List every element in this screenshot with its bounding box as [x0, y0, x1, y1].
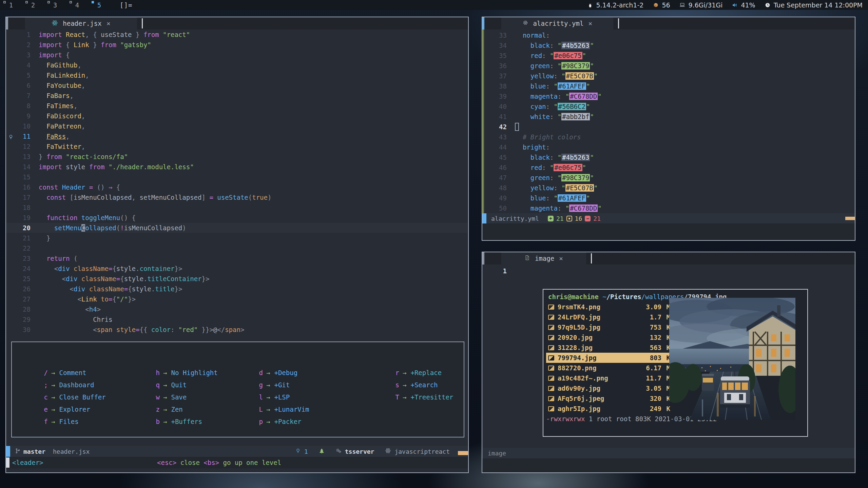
file-icon	[524, 255, 530, 262]
lsp-server: tsserver	[345, 448, 374, 455]
whichkey-binding-;[interactable]: ;→Dashboard	[42, 379, 106, 391]
file-row-9rsmTK4.png[interactable]: 9rsmTK4.png3.09M	[546, 302, 672, 312]
command-line[interactable]: <leader> <esc> close <bs> go up one leve…	[6, 457, 468, 468]
file-row-799794.jpg[interactable]: 799794.jpg803K	[546, 353, 672, 363]
whichkey-binding-T[interactable]: T→+Treesitter	[393, 391, 453, 403]
whichkey-binding-d[interactable]: d→+Debug	[257, 367, 309, 379]
whichkey-binding-p[interactable]: p→+Packer	[257, 415, 309, 428]
code-line-50: 50magenta: "#C678DD"	[482, 203, 854, 213]
whichkey-binding-q[interactable]: q→Quit	[154, 379, 218, 391]
close-icon[interactable]: ×	[107, 19, 111, 27]
whichkey-binding-/[interactable]: /→Comment	[42, 367, 106, 379]
tab-alacritty-yml[interactable]: alacritty.yml ×	[501, 17, 613, 30]
code-line-17: 17const [isMenuCollapsed, setMenuCollaps…	[6, 192, 467, 202]
code-line-10: 10FaPatreon,	[6, 121, 467, 131]
whichkey-binding-b[interactable]: b→+Buffers	[154, 415, 218, 428]
code-line-14: 14import style from "./header.module.les…	[6, 162, 467, 172]
workspace-2[interactable]: 2	[22, 0, 44, 10]
react-icon	[52, 20, 58, 27]
workspace-list: 12345	[0, 0, 110, 10]
file-row-24LrDFQ.jpg[interactable]: 24LrDFQ.jpg1.7M	[546, 312, 672, 322]
code-line-39: 39magenta: "#C678DD"	[482, 91, 854, 101]
layout-symbol[interactable]: []=	[120, 1, 132, 9]
volume-icon	[731, 2, 738, 8]
code-line-47: 47green: "#98C379"	[482, 173, 854, 183]
code-line-7: 7FaBars,	[6, 91, 467, 101]
git-branch-icon	[15, 448, 21, 455]
code-line-42: 42	[482, 122, 854, 132]
file-row-97q9L5D.jpg[interactable]: 97q9L5D.jpg753K	[546, 322, 672, 332]
hint-key: <bs>	[204, 459, 219, 466]
close-icon[interactable]: ×	[588, 19, 592, 27]
file-row-31228.jpg[interactable]: 31228.jpg563K	[546, 343, 672, 353]
code-line-19: 19function toggleMenu() {	[6, 213, 467, 223]
file-manager-preview: chris@machine ~/Pictures/wallpapers/7997…	[543, 289, 808, 437]
statusline-filename: header.jsx	[53, 448, 90, 455]
whichkey-binding-s[interactable]: s→+Search	[393, 379, 453, 391]
file-row-882720.png[interactable]: 882720.png6.17M	[546, 363, 672, 373]
gear-icon	[522, 20, 528, 27]
code-line-18: 18	[6, 202, 467, 213]
lightbulb-icon[interactable]	[8, 132, 14, 142]
workspace-indicator	[70, 1, 72, 3]
file-row-20920.jpg[interactable]: 20920.jpg132K	[546, 332, 672, 343]
image-file-icon	[548, 406, 554, 411]
tab-header-jsx[interactable]: header.jsx ×	[25, 17, 137, 30]
git-branch[interactable]: master	[23, 448, 45, 455]
hint-key: <esc>	[157, 459, 176, 466]
whichkey-binding-L[interactable]: L→+LunarVim	[257, 403, 309, 415]
code-line-3: 3import {	[6, 50, 467, 60]
statusline: master header.jsx 1 tsserver javascriptr…	[6, 446, 468, 457]
diff-added-icon: +	[548, 216, 554, 221]
whichkey-binding-h[interactable]: h→No Highlight	[154, 367, 218, 379]
treesitter-icon	[319, 448, 325, 455]
close-icon[interactable]: ×	[559, 254, 563, 262]
code-line-24: 24<div className={style.container}>	[6, 263, 467, 274]
statusline: image	[482, 448, 855, 458]
code-line-23: 23return (	[6, 253, 467, 263]
code-line-35: 35red: "#e06c75"	[482, 51, 854, 61]
status-segments: 5.14.2-arch1-2569.6Gi/31Gi41%Tue Septemb…	[587, 1, 868, 9]
statusline-filename: alacritty.yml	[491, 215, 539, 222]
code-line-21: 21}	[6, 233, 467, 243]
whichkey-binding-g[interactable]: g→+Git	[257, 379, 309, 391]
whichkey-binding-r[interactable]: r→+Replace	[393, 367, 453, 379]
code-line-5: 5FaLinkedin,	[6, 70, 467, 80]
code-line-26: 26<div className={style.title}>	[6, 284, 467, 294]
file-row-aghr5Ip.jpg[interactable]: aghr5Ip.jpg249K	[546, 404, 672, 414]
status-clock: Tue September 14 12:00PM	[764, 1, 863, 9]
status-package: 56	[652, 1, 670, 9]
whichkey-binding-f[interactable]: f→Files	[42, 415, 106, 428]
workspace-4[interactable]: 4	[66, 0, 88, 10]
code-line-41: 41white: "#abb2bf"	[482, 112, 854, 122]
code-buffer: 1import React, { useState } from "react"…	[6, 30, 467, 335]
tab-image[interactable]: image ×	[501, 252, 586, 265]
desktop-status-bar: 12345 []= 5.14.2-arch1-2569.6Gi/31Gi41%T…	[0, 0, 868, 10]
image-file-icon	[548, 325, 554, 330]
whichkey-binding-z[interactable]: z→Zen	[154, 403, 218, 415]
file-row-a19c482f~.png[interactable]: a19c482f~.png11.7M	[546, 373, 672, 383]
workspace-1[interactable]: 1	[0, 0, 22, 10]
workspace-5[interactable]: 5	[88, 0, 110, 10]
diff-removed-count: 21	[593, 215, 601, 222]
code-line-46: 46red: "#e06c75"	[482, 162, 854, 173]
whichkey-binding-l[interactable]: l→+LSP	[257, 391, 309, 403]
code-line-1: 1import React, { useState } from "react"	[6, 30, 467, 40]
file-row-ad6v90y.jpg[interactable]: ad6v90y.jpg3.05M	[546, 383, 672, 393]
whichkey-binding-c[interactable]: c→Close Buffer	[42, 391, 106, 403]
clock-icon	[764, 2, 771, 8]
tabline: image ×	[482, 252, 855, 265]
file-row-AFq5r6j.jpeg[interactable]: AFq5r6j.jpeg320K	[546, 393, 672, 404]
tab-title: image	[535, 255, 554, 262]
whichkey-binding-e[interactable]: e→Explorer	[42, 403, 106, 415]
statusline-filename: image	[488, 450, 506, 457]
whichkey-binding-w[interactable]: w→Save	[154, 391, 218, 403]
diagnostic-count: 1	[304, 448, 308, 455]
filetype-react-icon	[385, 448, 391, 455]
workspace-indicator	[25, 1, 28, 3]
diff-added-count: 21	[556, 215, 564, 222]
workspace-indicator	[92, 1, 94, 3]
whichkey-popup: /→Comment;→Dashboardc→Close Buffere→Expl…	[11, 341, 464, 437]
tabline: alacritty.yml ×	[482, 17, 855, 30]
workspace-3[interactable]: 3	[44, 0, 66, 10]
